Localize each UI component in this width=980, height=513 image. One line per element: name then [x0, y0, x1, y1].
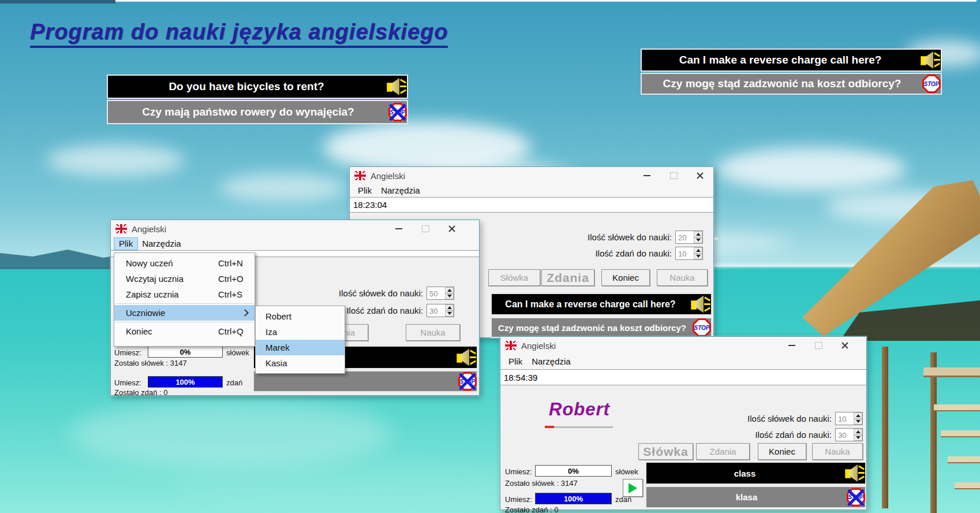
- nauka-button[interactable]: Nauka: [812, 443, 863, 460]
- spin-down-icon[interactable]: [854, 435, 862, 441]
- maximize-button[interactable]: [412, 220, 439, 237]
- sentences-count-label: Ilość zdań do nauki:: [595, 248, 672, 258]
- koniec-button[interactable]: Koniec: [758, 443, 806, 460]
- spin-up-icon[interactable]: [694, 247, 702, 254]
- spin-down-icon[interactable]: [445, 311, 454, 317]
- nauka-button[interactable]: Nauka: [657, 269, 708, 286]
- close-button[interactable]: [687, 167, 713, 184]
- close-button[interactable]: [832, 337, 858, 354]
- zdania-button[interactable]: Zdania: [696, 443, 750, 460]
- page-title: Program do nauki języka angielskiego: [30, 20, 448, 48]
- menu-plik[interactable]: Plik: [114, 238, 137, 250]
- spin-up-icon[interactable]: [445, 287, 454, 293]
- words-progressbar: 0%: [535, 465, 612, 477]
- stop-icon[interactable]: STOP: [693, 318, 711, 337]
- menu-item-koniec[interactable]: Koniec Ctrl+Q: [114, 324, 255, 339]
- menu-separator: [115, 322, 253, 322]
- speaker-icon[interactable]: [919, 50, 941, 70]
- nauka-button[interactable]: Nauka: [406, 324, 460, 341]
- sentences-count-row: Ilość zdań do nauki: 30: [755, 428, 863, 441]
- zdania-button[interactable]: Zdania: [541, 269, 594, 286]
- speaker-icon[interactable]: [843, 463, 865, 483]
- hut-post: [882, 347, 888, 508]
- sentences-count-label: Ilość zdań do nauki:: [346, 306, 423, 315]
- sentences-count-spinner[interactable]: 10: [675, 247, 703, 260]
- uk-flag-icon: [505, 341, 517, 350]
- close-icon: [841, 341, 849, 350]
- maximize-button[interactable]: [660, 167, 687, 184]
- stop-muted-icon[interactable]: STOP: [458, 372, 477, 391]
- spin-up-icon[interactable]: [694, 231, 702, 237]
- slowka-button[interactable]: Słówka: [488, 269, 540, 286]
- student-item-marek[interactable]: Marek: [256, 340, 345, 355]
- titlebar[interactable]: Angielski: [111, 220, 479, 237]
- menu-item-label: Uczniowie: [126, 308, 165, 318]
- close-button[interactable]: [439, 220, 465, 237]
- slowka-button[interactable]: Słówka: [638, 443, 693, 460]
- words-count-value: 50: [427, 287, 445, 299]
- hut-post: [930, 352, 937, 513]
- clock-field: 18:54:39: [500, 369, 866, 385]
- speaker-icon[interactable]: [455, 348, 477, 367]
- sentences-count-row: Ilość zdań do nauki: 30: [346, 304, 454, 317]
- stop-icon[interactable]: STOP: [922, 75, 941, 93]
- spin-down-icon[interactable]: [694, 237, 702, 244]
- speaker-icon[interactable]: [385, 77, 407, 96]
- ladder-step: [941, 430, 980, 436]
- titlebar[interactable]: Angielski: [500, 337, 866, 354]
- minimize-button[interactable]: [779, 337, 805, 354]
- student-item-iza[interactable]: Iza: [256, 324, 345, 340]
- words-left-label: Zostało słówek : 3147: [114, 359, 187, 367]
- words-count-spinner[interactable]: 20: [675, 231, 703, 244]
- words-count-row: Ilość słówek do nauki: 50: [339, 287, 454, 300]
- sentences-count-spinner[interactable]: 30: [427, 304, 454, 317]
- plik-menu-dropdown: Nowy uczeń Ctrl+N Wczytaj ucznia Ctrl+O …: [114, 252, 255, 347]
- student-name: Iza: [265, 327, 277, 337]
- stop-muted-icon[interactable]: STOP: [388, 103, 407, 121]
- student-item-robert[interactable]: Robert: [256, 308, 345, 324]
- menu-shortcut: Ctrl+Q: [218, 326, 244, 336]
- banner-reverse-pl-text: Czy mogę stąd zadzwonić na koszt odbiorc…: [642, 77, 922, 90]
- cloud: [219, 173, 346, 202]
- sentences-count-value: 10: [676, 247, 694, 259]
- spin-down-icon[interactable]: [694, 254, 702, 260]
- menu-separator: [115, 303, 253, 304]
- menubar: Plik Narzędzia: [111, 237, 479, 250]
- ladder-step: [955, 482, 980, 488]
- ladder-step: [934, 404, 980, 410]
- words-count-spinner[interactable]: 10: [835, 412, 863, 425]
- spin-up-icon[interactable]: [854, 429, 862, 435]
- titlebar[interactable]: Angielski: [350, 167, 713, 184]
- umiesz-words-label: Umiesz:: [505, 467, 532, 476]
- menu-narzedzia[interactable]: Narzędzia: [137, 238, 186, 250]
- minimize-button[interactable]: [634, 167, 660, 184]
- koniec-button[interactable]: Koniec: [601, 269, 650, 286]
- student-name: Kasia: [265, 358, 287, 368]
- spin-down-icon[interactable]: [445, 293, 454, 300]
- menu-narzedzia[interactable]: Narzędzia: [376, 185, 425, 196]
- top-navy-strip: [0, 0, 115, 3]
- menu-narzedzia[interactable]: Narzędzia: [527, 356, 575, 367]
- menu-item-nowy-uczen[interactable]: Nowy uczeń Ctrl+N: [114, 255, 255, 271]
- menu-item-zapisz-ucznia[interactable]: Zapisz ucznia Ctrl+S: [114, 287, 255, 302]
- menu-item-uczniowie[interactable]: Uczniowie: [114, 305, 255, 321]
- banner-bicycles-pl: Czy mają państwo rowery do wynajęcia? ST…: [107, 100, 408, 124]
- play-button[interactable]: [623, 479, 643, 497]
- maximize-button[interactable]: [805, 337, 832, 354]
- student-item-kasia[interactable]: Kasia: [256, 355, 345, 371]
- words-count-value: 10: [836, 412, 854, 425]
- umiesz-sentences-label: Umiesz:: [114, 378, 141, 387]
- menu-plik[interactable]: Plik: [504, 356, 527, 367]
- menu-plik[interactable]: Plik: [353, 185, 376, 196]
- sentences-count-spinner[interactable]: 30: [835, 428, 863, 441]
- speaker-icon[interactable]: [689, 295, 711, 314]
- banner-bicycles-en: Do you have bicycles to rent?: [107, 75, 408, 99]
- spin-down-icon[interactable]: [854, 419, 862, 425]
- menu-item-wczytaj-ucznia[interactable]: Wczytaj ucznia Ctrl+O: [114, 271, 255, 287]
- student-underline-red: [545, 426, 554, 428]
- minimize-button[interactable]: [386, 220, 412, 237]
- words-count-spinner[interactable]: 50: [427, 287, 454, 300]
- spin-up-icon[interactable]: [445, 304, 454, 311]
- spin-up-icon[interactable]: [854, 412, 862, 419]
- stop-muted-icon[interactable]: STOP: [847, 488, 865, 507]
